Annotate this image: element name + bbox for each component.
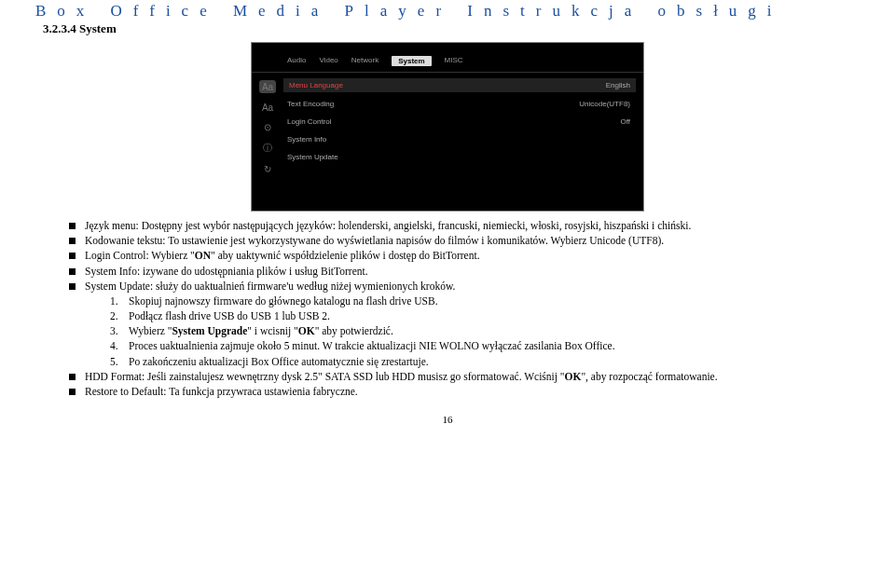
step-text: Wybierz "System Upgrade" i wcisnij "OK" …	[129, 324, 393, 338]
bullet-item: Login Control: Wybierz "ON" aby uaktywni…	[69, 249, 850, 263]
bullet-text: Kodowanie tekstu: To ustawienie jest wyk…	[85, 234, 850, 248]
row-label: System Info	[287, 135, 326, 144]
encoding-icon: Aa	[262, 103, 273, 113]
login-icon: ⊙	[264, 122, 271, 132]
row-system-info[interactable]: System Info	[287, 133, 630, 145]
settings-tabs: Audio Video Network System MISC	[252, 43, 643, 73]
row-text-encoding[interactable]: Text Encoding Unicode(UTF8)	[287, 98, 630, 110]
step-item: 3.Wybierz "System Upgrade" i wcisnij "OK…	[110, 324, 850, 338]
step-item: 2.Podłącz flash drive USB do USB 1 lub U…	[110, 309, 850, 323]
settings-icons-column: Aa Aa ⊙ ⓘ ↻	[252, 73, 283, 211]
bullet-item: Restore to Default: Ta funkcja przywraca…	[69, 385, 850, 399]
bullet-item: Kodowanie tekstu: To ustawienie jest wyk…	[69, 234, 850, 248]
bullet-icon	[69, 223, 76, 229]
step-text: Podłącz flash drive USB do USB 1 lub USB…	[129, 309, 330, 323]
section-title: 3.2.3.4 System	[43, 21, 867, 36]
bullet-item: System Update: służy do uaktualnień firm…	[69, 280, 850, 294]
bullet-item: System Info: izywane do udostępniania pl…	[69, 265, 850, 279]
row-label: Menu Language	[289, 81, 343, 89]
bullet-icon	[69, 283, 76, 290]
bullet-icon	[69, 268, 76, 275]
row-value: English	[606, 81, 630, 89]
step-number: 1.	[110, 294, 129, 308]
step-text: Proces uaktualnienia zajmuje około 5 min…	[129, 339, 615, 353]
embedded-screenshot: Audio Video Network System MISC Aa Aa ⊙ …	[28, 42, 867, 212]
lang-icon: Aa	[259, 80, 276, 93]
page-number: 16	[28, 414, 867, 425]
row-value: Unicode(UTF8)	[579, 100, 630, 108]
row-login-control[interactable]: Login Control Off	[287, 116, 630, 128]
row-label: Login Control	[287, 117, 332, 126]
bullet-text: System Info: izywane do udostępniania pl…	[85, 265, 850, 279]
bullet-icon	[69, 389, 76, 395]
page-header: Box Office Media Player Instrukcja obsłu…	[28, 0, 867, 21]
step-number: 4.	[110, 339, 129, 353]
tab-video[interactable]: Video	[319, 56, 337, 66]
tab-system[interactable]: System	[392, 56, 431, 66]
bullet-text: System Update: służy do uaktualnień firm…	[85, 280, 850, 294]
bullet-icon	[69, 374, 76, 380]
bullet-text: Login Control: Wybierz "ON" aby uaktywni…	[85, 249, 850, 263]
bullet-text: HDD Format: Jeśli zainstalujesz wewnętrz…	[85, 370, 850, 384]
step-item: 1.Skopiuj najnowszy firmware do głównego…	[110, 294, 850, 308]
step-item: 5.Po zakończeniu aktualizacji Box Office…	[110, 355, 850, 369]
tab-network[interactable]: Network	[351, 56, 379, 66]
bullet-item: HDD Format: Jeśli zainstalujesz wewnętrz…	[69, 370, 850, 384]
info-icon: ⓘ	[263, 142, 272, 155]
bullet-text: Restore to Default: Ta funkcja przywraca…	[85, 385, 850, 399]
step-text: Po zakończeniu aktualizacji Box Office a…	[129, 355, 429, 369]
tab-misc[interactable]: MISC	[445, 56, 463, 66]
step-number: 2.	[110, 309, 129, 323]
bullet-item: Język menu: Dostępny jest wybór następuj…	[69, 219, 850, 233]
update-icon: ↻	[264, 164, 271, 174]
step-number: 5.	[110, 355, 129, 369]
bullet-text: Język menu: Dostępny jest wybór następuj…	[85, 219, 850, 233]
row-label: Text Encoding	[287, 100, 334, 108]
row-system-update[interactable]: System Update	[287, 151, 630, 163]
step-text: Skopiuj najnowszy firmware do głównego k…	[129, 294, 438, 308]
bullet-icon	[69, 253, 76, 259]
row-value: Off	[620, 117, 630, 126]
row-label: System Update	[287, 153, 338, 161]
step-number: 3.	[110, 324, 129, 338]
step-item: 4.Proces uaktualnienia zajmuje około 5 m…	[110, 339, 850, 353]
tab-audio[interactable]: Audio	[287, 56, 306, 66]
row-menu-language[interactable]: Menu Language English	[283, 78, 636, 92]
bullet-icon	[69, 238, 76, 244]
